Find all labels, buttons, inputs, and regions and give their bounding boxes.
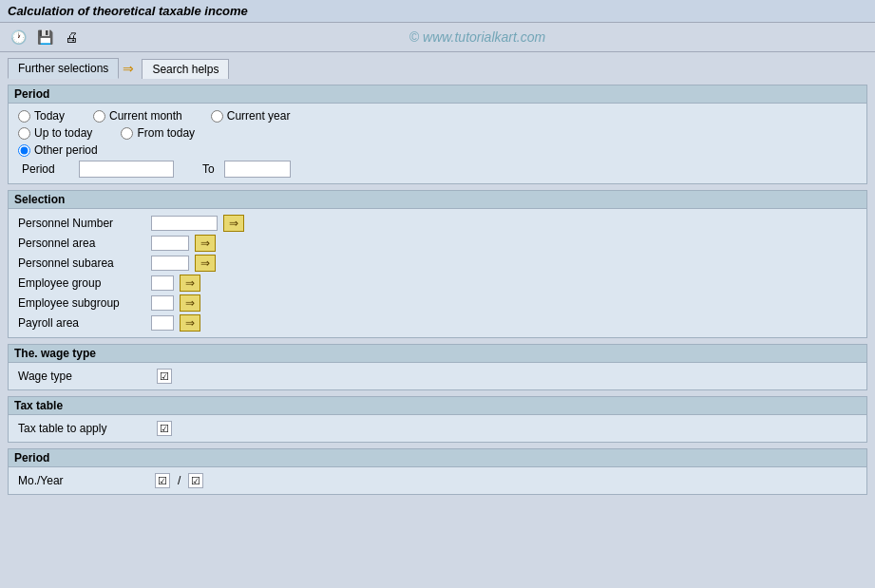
selection-section-body: Personnel Number ⇒ Personnel area ⇒ Pers… xyxy=(9,209,866,337)
wage-type-section-header: The. wage type xyxy=(9,345,866,363)
period-section: Period Today Current month Current year xyxy=(8,85,867,184)
employee-group-label: Employee group xyxy=(18,276,151,290)
current-month-radio[interactable] xyxy=(93,110,105,123)
personnel-subarea-label: Personnel subarea xyxy=(18,256,151,270)
year-checkbox[interactable]: ☑ xyxy=(188,473,203,488)
employee-group-row: Employee group ⇒ xyxy=(18,275,857,292)
wage-type-checkbox[interactable]: ☑ xyxy=(157,369,172,384)
today-radio[interactable] xyxy=(18,110,30,123)
wage-type-section: The. wage type Wage type ☑ xyxy=(8,344,867,390)
personnel-subarea-row: Personnel subarea ⇒ xyxy=(18,255,857,272)
payroll-area-input[interactable] xyxy=(151,315,174,331)
selection-section-header: Selection xyxy=(9,191,866,209)
tab-arrow-icon: ⇒ xyxy=(123,61,134,76)
page-title: Calculation of theoretical taxable incom… xyxy=(8,4,867,18)
personnel-area-input[interactable] xyxy=(151,236,189,251)
tax-table-checkbox[interactable]: ☑ xyxy=(157,421,172,436)
to-label: To xyxy=(202,162,215,176)
today-option[interactable]: Today xyxy=(18,109,65,123)
period2-section-header: Period xyxy=(9,449,866,467)
period-label: Period xyxy=(22,162,69,176)
wage-type-section-body: Wage type ☑ xyxy=(9,363,866,389)
mo-checkbox[interactable]: ☑ xyxy=(155,473,170,488)
from-today-radio[interactable] xyxy=(121,127,133,140)
employee-subgroup-row: Employee subgroup ⇒ xyxy=(18,294,857,312)
tab-search-helps[interactable]: Search helps xyxy=(142,59,229,79)
title-bar: Calculation of theoretical taxable incom… xyxy=(0,0,875,23)
payroll-area-arrow-btn[interactable]: ⇒ xyxy=(180,314,200,332)
slash-separator: / xyxy=(178,474,181,487)
tab-further-selections[interactable]: Further selections xyxy=(8,58,119,79)
tax-table-section: Tax table Tax table to apply ☑ xyxy=(8,396,867,443)
period-section-body: Today Current month Current year Up to t… xyxy=(9,104,866,183)
tax-table-label: Tax table to apply xyxy=(18,422,151,435)
current-month-option[interactable]: Current month xyxy=(93,109,182,123)
period-section-header: Period xyxy=(9,85,866,104)
tax-table-section-body: Tax table to apply ☑ xyxy=(9,415,866,442)
personnel-area-row: Personnel area ⇒ xyxy=(18,235,857,252)
wage-type-row: Wage type ☑ xyxy=(18,369,857,384)
from-today-option[interactable]: From today xyxy=(121,126,195,140)
toolbar: 🕐 💾 🖨 © www.tutorialkart.com xyxy=(0,23,875,52)
period2-section-body: Mo./Year ☑ / ☑ xyxy=(9,467,866,494)
tab-bar: Further selections ⇒ Search helps xyxy=(0,52,875,79)
print-icon[interactable]: 🖨 xyxy=(61,27,82,47)
personnel-area-arrow-btn[interactable]: ⇒ xyxy=(195,235,216,252)
employee-subgroup-input[interactable] xyxy=(151,295,174,311)
personnel-area-label: Personnel area xyxy=(18,237,151,250)
up-to-today-radio[interactable] xyxy=(18,127,30,140)
mo-year-row: Mo./Year ☑ / ☑ xyxy=(18,473,857,488)
mo-year-label: Mo./Year xyxy=(18,474,151,487)
personnel-number-arrow-btn[interactable]: ⇒ xyxy=(223,215,244,232)
period-input-row: Period To xyxy=(18,161,857,178)
employee-subgroup-arrow-btn[interactable]: ⇒ xyxy=(180,294,200,312)
personnel-subarea-input[interactable] xyxy=(151,256,189,271)
period-row-1: Today Current month Current year xyxy=(18,109,857,123)
personnel-number-input[interactable] xyxy=(151,216,218,231)
period-row-3: Other period xyxy=(18,143,857,157)
employee-group-input[interactable] xyxy=(151,275,174,291)
personnel-number-row: Personnel Number ⇒ xyxy=(18,215,857,232)
wage-type-label: Wage type xyxy=(18,370,151,383)
employee-subgroup-label: Employee subgroup xyxy=(18,296,151,310)
selection-section: Selection Personnel Number ⇒ Personnel a… xyxy=(8,190,867,338)
period2-section: Period Mo./Year ☑ / ☑ xyxy=(8,448,867,495)
employee-group-arrow-btn[interactable]: ⇒ xyxy=(180,275,200,292)
tax-table-row: Tax table to apply ☑ xyxy=(18,421,857,436)
save-icon[interactable]: 💾 xyxy=(34,27,55,47)
other-period-radio[interactable] xyxy=(18,144,30,157)
current-year-radio[interactable] xyxy=(211,110,223,123)
personnel-subarea-arrow-btn[interactable]: ⇒ xyxy=(195,255,216,272)
current-year-option[interactable]: Current year xyxy=(211,109,291,123)
period-from-input[interactable] xyxy=(79,161,174,178)
period-to-input[interactable] xyxy=(224,161,291,178)
watermark: © www.tutorialkart.com xyxy=(87,29,867,45)
main-content: Period Today Current month Current year xyxy=(0,79,875,501)
personnel-number-label: Personnel Number xyxy=(18,217,151,230)
up-to-today-option[interactable]: Up to today xyxy=(18,126,92,140)
payroll-area-label: Payroll area xyxy=(18,316,151,330)
period-row-2: Up to today From today xyxy=(18,126,857,140)
other-period-option[interactable]: Other period xyxy=(18,143,98,157)
payroll-area-row: Payroll area ⇒ xyxy=(18,314,857,332)
tax-table-section-header: Tax table xyxy=(9,397,866,415)
clock-icon[interactable]: 🕐 xyxy=(8,27,29,47)
